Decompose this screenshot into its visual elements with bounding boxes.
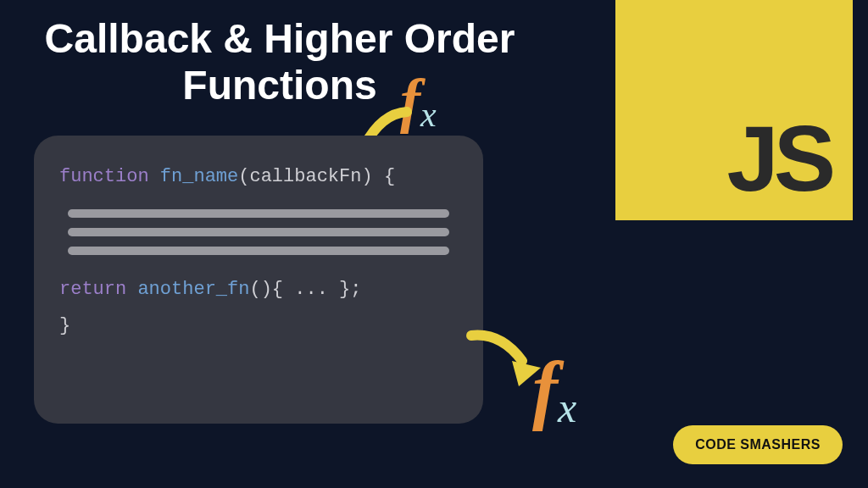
return-ellipsis: ... xyxy=(283,279,339,300)
return-parens: () xyxy=(249,279,271,300)
keyword-function: function xyxy=(59,166,149,187)
code-return-line: return another_fn(){ ... }; xyxy=(59,279,458,300)
param-name: callbackFn xyxy=(249,166,361,187)
fx-f-glyph: f xyxy=(532,347,558,431)
fx-icon-bottom: fx xyxy=(532,346,576,433)
semicolon: ; xyxy=(350,279,361,300)
open-paren: ( xyxy=(238,166,249,187)
return-close-brace: } xyxy=(339,279,350,300)
close-brace: } xyxy=(59,315,70,336)
return-open-brace: { xyxy=(272,279,283,300)
js-logo: JS xyxy=(615,0,853,220)
page-title: Callback & Higher Order Functions xyxy=(34,15,526,108)
brand-badge: CODE SMASHERS xyxy=(673,425,843,464)
code-block: function fn_name(callbackFn) { return an… xyxy=(34,136,483,424)
keyword-return: return xyxy=(59,279,126,300)
code-signature: function fn_name(callbackFn) { xyxy=(59,166,458,187)
function-name: fn_name xyxy=(160,166,238,187)
fx-x-glyph: x xyxy=(558,384,576,431)
code-placeholder-bar xyxy=(68,228,449,236)
code-placeholder-lines xyxy=(68,209,449,255)
js-logo-text: JS xyxy=(726,112,831,205)
open-brace: { xyxy=(384,166,395,187)
code-close: } xyxy=(59,315,458,336)
return-function-name: another_fn xyxy=(137,279,249,300)
code-placeholder-bar xyxy=(68,247,449,255)
close-paren: ) xyxy=(361,166,372,187)
fx-x-glyph: x xyxy=(420,95,437,134)
code-placeholder-bar xyxy=(68,209,449,218)
